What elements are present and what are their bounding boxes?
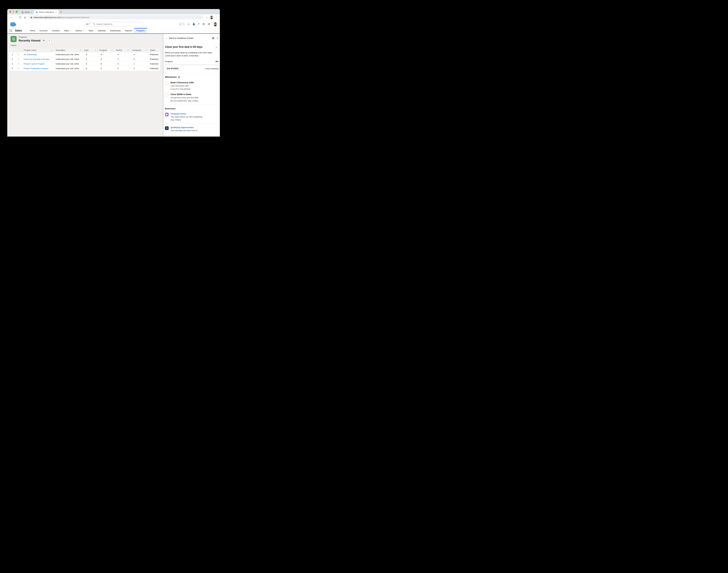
minimize-window-button[interactable] bbox=[12, 11, 14, 13]
assigned-cell: 6 bbox=[97, 63, 114, 65]
pin-list-view-button[interactable] bbox=[48, 39, 51, 43]
tab-gmail[interactable]: Gmail × bbox=[20, 10, 34, 14]
exercise-item[interactable]: Qualifying Opportunities This trail help… bbox=[165, 126, 218, 134]
select-all-header bbox=[16, 48, 22, 52]
url-text[interactable]: salesecitest.lightning.force.com/lightni… bbox=[33, 16, 89, 18]
row-checkbox[interactable] bbox=[18, 58, 18, 60]
nav-tab-calendar[interactable]: Calendar bbox=[96, 28, 108, 33]
new-tab-button[interactable]: + bbox=[58, 10, 64, 14]
search-scope-dropdown[interactable]: All bbox=[85, 22, 92, 26]
setup-gear-icon[interactable] bbox=[202, 23, 205, 25]
days-cell: 4 bbox=[83, 53, 97, 56]
address-bar[interactable]: salesecitest.lightning.force.com/lightni… bbox=[29, 15, 203, 19]
nav-tab-dashboards[interactable]: Dashboards bbox=[108, 28, 123, 33]
chevron-down-icon[interactable]: ∨ bbox=[95, 49, 96, 51]
back-arrow-icon[interactable]: ← bbox=[165, 37, 168, 40]
row-checkbox[interactable] bbox=[18, 53, 18, 56]
column-header-completed[interactable]: Completed∨ bbox=[130, 48, 148, 52]
bookmark-star-icon[interactable]: ☆ bbox=[205, 15, 209, 19]
column-header-status[interactable]: Status bbox=[148, 48, 160, 52]
nav-tab-sales[interactable]: Sales∨ bbox=[62, 28, 73, 33]
milestone-title: Book 3 Discovery Calls bbox=[170, 82, 194, 84]
global-search[interactable]: All bbox=[85, 22, 143, 27]
close-window-button[interactable] bbox=[9, 11, 11, 13]
table-row[interactable]: 2 Close your first deal in 60 days Under… bbox=[9, 57, 160, 62]
gmail-favicon-icon bbox=[21, 11, 23, 13]
back-icon[interactable]: ← bbox=[9, 15, 13, 19]
milestone-item[interactable]: Book 3 Discovery Calls Log 3 Discovery c… bbox=[165, 82, 218, 90]
list-view-selector-icon[interactable] bbox=[43, 40, 45, 41]
search-input[interactable] bbox=[96, 23, 142, 25]
nav-tab-accounts[interactable]: Accounts bbox=[37, 28, 50, 33]
column-header-program-name[interactable]: Program name∨ bbox=[22, 48, 54, 52]
chevron-down-icon[interactable]: ∨ bbox=[51, 49, 52, 51]
search-icon bbox=[93, 23, 95, 25]
window-controls bbox=[7, 9, 20, 14]
lock-icon bbox=[31, 16, 32, 18]
tab-salesforce[interactable]: Home | Salesforce × bbox=[34, 10, 58, 14]
favorites-dropdown[interactable] bbox=[182, 23, 185, 25]
star-icon[interactable]: ★ bbox=[179, 23, 182, 25]
table-header-row: Program name∨ Description∨ Days∨ Assigne… bbox=[9, 48, 160, 52]
close-icon[interactable]: × bbox=[217, 37, 218, 40]
column-header-days[interactable]: Days∨ bbox=[83, 48, 97, 52]
status-cell: Published bbox=[148, 67, 160, 69]
status-cell: Published bbox=[148, 63, 160, 65]
chevron-down-icon[interactable]: ∨ bbox=[127, 49, 129, 51]
nav-tab-contacts[interactable]: Contacts bbox=[50, 28, 62, 33]
table-row[interactable]: 3 Product Launch Program Understand your… bbox=[9, 62, 160, 66]
description-cell: Understand your role, refine bbox=[54, 67, 83, 69]
program-name-cell: AE Onboarding bbox=[22, 53, 54, 56]
exercise-link[interactable]: Qualifying Opportunities bbox=[171, 126, 199, 128]
row-number: 1 bbox=[9, 53, 16, 56]
table-row[interactable]: 1 AE Onboarding Understand your role, re… bbox=[9, 52, 160, 57]
nav-tab-service[interactable]: Service∨ bbox=[73, 28, 86, 33]
tab-close-icon[interactable]: × bbox=[55, 11, 57, 13]
exercise-link[interactable]: Company Vision bbox=[171, 113, 203, 115]
exercise-due-date: Due 7/05/22 bbox=[171, 119, 203, 121]
nav-tab-programs[interactable]: Programs bbox=[134, 28, 147, 33]
table-row[interactable]: 4 Product Certification Program Understa… bbox=[9, 66, 160, 71]
guidance-center-icon[interactable] bbox=[193, 22, 195, 26]
assigned-cell: 6 bbox=[97, 67, 114, 69]
nav-tab-home[interactable]: Home bbox=[28, 28, 37, 33]
favorites-button[interactable]: ★ bbox=[179, 22, 185, 26]
milestone-title: Close $200k in Deals bbox=[170, 93, 200, 96]
column-header-description[interactable]: Description∨ bbox=[54, 48, 83, 52]
program-link[interactable]: AE Onboarding bbox=[23, 53, 37, 56]
app-launcher-icon[interactable] bbox=[10, 30, 12, 32]
browser-profile-avatar[interactable] bbox=[210, 15, 213, 19]
row-checkbox[interactable] bbox=[18, 63, 18, 65]
home-icon[interactable] bbox=[212, 37, 214, 39]
milestone-item[interactable]: Close $200k in Deals You got this! Close… bbox=[165, 93, 218, 102]
reload-icon[interactable] bbox=[18, 15, 22, 19]
guidance-set-menu-button[interactable] bbox=[214, 45, 218, 50]
back-to-guidance-label[interactable]: Back to Guidance Center bbox=[169, 37, 212, 39]
browser-menu-icon[interactable]: ⋮ bbox=[214, 15, 218, 19]
select-all-checkbox[interactable] bbox=[18, 49, 20, 51]
chevron-down-icon bbox=[183, 24, 184, 24]
chevron-down-icon[interactable]: ∨ bbox=[111, 49, 113, 51]
row-checkbox[interactable] bbox=[18, 67, 18, 69]
home-icon[interactable] bbox=[23, 15, 27, 19]
help-icon[interactable]: ? bbox=[198, 23, 200, 25]
behind-cell: 0 bbox=[114, 67, 130, 69]
chevron-down-icon[interactable]: ∨ bbox=[146, 49, 147, 51]
program-link[interactable]: Product Launch Program bbox=[23, 63, 45, 65]
info-icon[interactable]: i bbox=[178, 76, 180, 78]
global-actions-icon[interactable]: + bbox=[188, 22, 190, 26]
program-link[interactable]: Product Certification Program bbox=[23, 67, 49, 69]
column-header-assigned[interactable]: Assigned∨ bbox=[97, 48, 114, 52]
tab-close-icon[interactable]: × bbox=[31, 11, 33, 13]
exercise-item[interactable]: Company Vision This video shows our CEO … bbox=[165, 113, 218, 123]
program-link[interactable]: Close your first deal in 60 days bbox=[23, 58, 50, 60]
days-cell: 6 bbox=[83, 67, 97, 69]
nav-tab-tasks[interactable]: Tasks bbox=[86, 28, 96, 33]
chevron-down-icon[interactable]: ∨ bbox=[80, 49, 81, 51]
tab-title: Gmail bbox=[25, 11, 30, 13]
zoom-window-button[interactable] bbox=[16, 11, 18, 13]
nav-tab-reports[interactable]: Reports bbox=[123, 28, 134, 33]
user-avatar[interactable] bbox=[213, 22, 217, 27]
notifications-bell-icon[interactable] bbox=[208, 23, 210, 25]
column-header-behind[interactable]: Behind∨ bbox=[114, 48, 130, 52]
